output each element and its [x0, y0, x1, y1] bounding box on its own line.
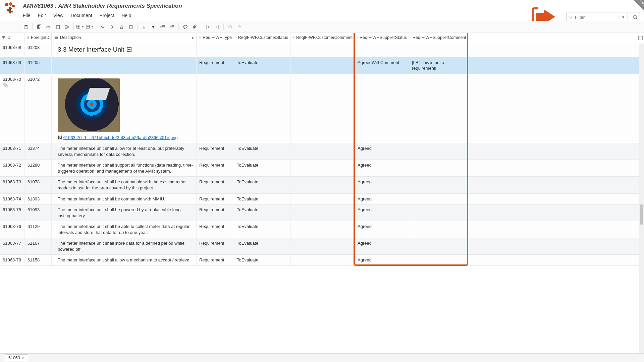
- cell-id[interactable]: 61063-74: [0, 194, 25, 205]
- col-supplier-comment[interactable]: ReqIF-WF.SupplierComment: [409, 33, 467, 42]
- cell-description[interactable]: The meter interface unit shall be able t…: [52, 221, 197, 238]
- filter-input[interactable]: [575, 15, 619, 20]
- cell-supplier-comment[interactable]: [409, 143, 467, 160]
- cell-customer-comment[interactable]: [290, 221, 355, 238]
- attach-button[interactable]: [190, 22, 199, 31]
- cell-id[interactable]: 61063-71: [0, 143, 25, 160]
- cell-foreignid[interactable]: 61129: [25, 221, 52, 238]
- redo-button[interactable]: ⟳: [235, 22, 244, 31]
- mark-down-button[interactable]: [98, 22, 107, 31]
- cell-type[interactable]: Requirement: [197, 204, 234, 221]
- cell-customer-status[interactable]: ToEvaluate: [234, 204, 290, 221]
- cell-supplier-status[interactable]: Agreed: [355, 204, 409, 221]
- cell-type[interactable]: Requirement: [197, 177, 234, 193]
- cell-foreignid[interactable]: 61158: [25, 255, 52, 266]
- cell-foreignid[interactable]: 61393: [25, 194, 52, 205]
- cell-customer-comment[interactable]: [290, 57, 355, 74]
- cell-id[interactable]: 61063-75: [0, 204, 25, 221]
- cell-supplier-status[interactable]: Agreed: [355, 194, 409, 205]
- column-picker-button[interactable]: [637, 33, 644, 43]
- menu-help[interactable]: Help: [121, 13, 131, 18]
- comment-button[interactable]: [181, 22, 190, 31]
- cell-description[interactable]: 3.3 Meter Interface Unit: [52, 42, 197, 57]
- cell-supplier-comment[interactable]: [409, 204, 467, 221]
- cell-foreignid[interactable]: 61374: [25, 143, 52, 160]
- cell-id[interactable]: 61063-76: [0, 221, 25, 238]
- cell-description[interactable]: The meter interface unit shall support a…: [52, 160, 197, 177]
- cell-type[interactable]: Requirement: [197, 194, 234, 205]
- col-foreignid[interactable]: ForeignID: [25, 33, 52, 42]
- cell-customer-status[interactable]: ToEvaluate: [234, 160, 290, 177]
- cell-supplier-comment[interactable]: [LB] This is not a requirement!: [409, 57, 467, 74]
- save-button[interactable]: [21, 22, 30, 31]
- cell-id[interactable]: 61063-68: [0, 42, 25, 57]
- cell-id[interactable]: 61063-69: [0, 57, 25, 74]
- remove-button[interactable]: ▼: [85, 22, 94, 31]
- cell-customer-comment[interactable]: [290, 143, 355, 160]
- col-customer-comment[interactable]: ReqIF-WF.CustomerComment: [290, 33, 355, 42]
- cell-customer-status[interactable]: [234, 42, 290, 57]
- cell-foreignid[interactable]: 61072: [25, 74, 52, 143]
- cell-type[interactable]: Requirement: [197, 238, 234, 255]
- cell-description[interactable]: The meter interface unit shall store dat…: [52, 238, 197, 255]
- cell-foreignid[interactable]: 61078: [25, 177, 52, 193]
- mark-right-button[interactable]: [108, 22, 116, 31]
- menu-view[interactable]: View: [53, 13, 63, 18]
- cell-id[interactable]: 61063-70📎: [0, 74, 25, 143]
- cell-supplier-status[interactable]: Agreed: [355, 255, 409, 266]
- cell-customer-status[interactable]: ToEvaluate: [234, 221, 290, 238]
- filter-dropdown-caret[interactable]: ▼: [619, 15, 628, 19]
- cell-supplier-comment[interactable]: [409, 238, 467, 255]
- cell-customer-status[interactable]: ToEvaluate: [234, 57, 290, 74]
- col-type[interactable]: ReqIF-WF.Type: [197, 33, 234, 42]
- cell-type[interactable]: Requirement: [197, 221, 234, 238]
- cell-customer-comment[interactable]: [290, 74, 355, 143]
- mark-clear-button[interactable]: [117, 22, 126, 31]
- move-up-button[interactable]: ▲: [140, 22, 148, 31]
- col-id[interactable]: ✱ID: [0, 33, 25, 42]
- cell-description[interactable]: The meter interface unit shall allow a m…: [52, 255, 197, 266]
- cell-customer-status[interactable]: [234, 74, 290, 143]
- cell-customer-comment[interactable]: [290, 194, 355, 205]
- cell-type[interactable]: Requirement: [197, 57, 234, 74]
- cell-description[interactable]: The meter interface unit shall allow for…: [52, 143, 197, 160]
- cell-supplier-comment[interactable]: [409, 177, 467, 193]
- link-button[interactable]: [63, 22, 71, 31]
- indent-button[interactable]: [168, 22, 176, 31]
- cell-customer-comment[interactable]: [290, 177, 355, 193]
- paste-button[interactable]: [53, 22, 62, 31]
- cell-supplier-status[interactable]: [355, 42, 409, 57]
- import-button[interactable]: [213, 22, 221, 31]
- cell-type[interactable]: Requirement: [197, 160, 234, 177]
- cell-foreignid[interactable]: 61093: [25, 204, 52, 221]
- undo-button[interactable]: ⟲: [226, 22, 234, 31]
- cell-type[interactable]: Requirement: [197, 255, 234, 266]
- cell-supplier-status[interactable]: AgreedWithComment: [355, 57, 409, 74]
- attachment-link[interactable]: 61063-70_1__671b94cb-fef3-43cd-b26a-dfb2…: [63, 135, 178, 140]
- cell-customer-status[interactable]: ToEvaluate: [234, 238, 290, 255]
- cell-customer-comment[interactable]: [290, 238, 355, 255]
- cell-supplier-status[interactable]: Agreed: [355, 221, 409, 238]
- col-supplier-status[interactable]: ReqIF-WF.SupplierStatus: [355, 33, 409, 42]
- cell-id[interactable]: 61063-77: [0, 238, 25, 255]
- cell-customer-status[interactable]: ToEvaluate: [234, 194, 290, 205]
- cell-supplier-status[interactable]: Agreed: [355, 160, 409, 177]
- cell-customer-comment[interactable]: [290, 204, 355, 221]
- cell-supplier-status[interactable]: Agreed: [355, 177, 409, 193]
- cut-button[interactable]: ✂: [44, 22, 53, 31]
- cell-type[interactable]: Requirement: [197, 143, 234, 160]
- copy-button[interactable]: [35, 22, 43, 31]
- cell-customer-comment[interactable]: [290, 42, 355, 57]
- cell-description[interactable]: The meter interface unit shall be compat…: [52, 194, 197, 205]
- cell-description[interactable]: [52, 57, 197, 74]
- cell-supplier-status[interactable]: [355, 74, 409, 143]
- export-button[interactable]: [203, 22, 212, 31]
- cell-id[interactable]: 61063-73: [0, 177, 25, 193]
- menu-file[interactable]: File: [23, 13, 31, 18]
- cell-supplier-comment[interactable]: [409, 74, 467, 143]
- col-customer-status[interactable]: ReqIF-WF.CustomerStatus: [234, 33, 290, 42]
- cell-supplier-status[interactable]: Agreed: [355, 143, 409, 160]
- delete-button[interactable]: [126, 22, 135, 31]
- cell-description[interactable]: 🖼 61063-70_1__671b94cb-fef3-43cd-b26a-df…: [52, 74, 197, 143]
- add-button[interactable]: ▼: [76, 22, 85, 31]
